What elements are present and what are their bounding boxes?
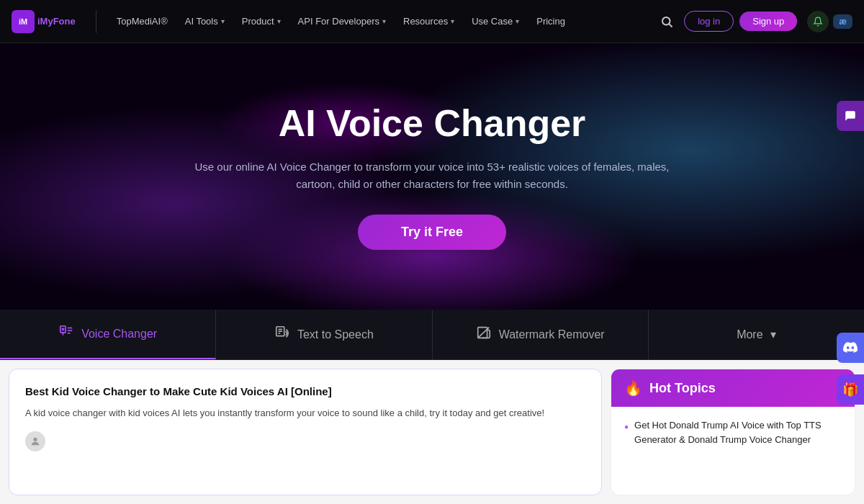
- article-footer: [25, 431, 585, 451]
- signup-button[interactable]: Sign up: [739, 12, 797, 31]
- notification-area: æ: [807, 11, 852, 32]
- resources-chevron-icon: ▾: [451, 17, 454, 25]
- nav-divider: [96, 10, 96, 33]
- search-button[interactable]: [655, 10, 678, 33]
- nav-item-aitools[interactable]: AI Tools ▾: [179, 13, 230, 30]
- logo-area[interactable]: iM iMyFone: [12, 10, 76, 33]
- nav-item-product[interactable]: Product ▾: [236, 13, 287, 30]
- hot-topics-title: Hot Topics: [649, 381, 716, 396]
- brand-name: iMyFone: [37, 16, 76, 27]
- hero-title: AI Voice Changer: [187, 103, 677, 144]
- article-description: A kid voice changer with kid voices AI l…: [25, 406, 585, 421]
- avatar[interactable]: æ: [833, 14, 852, 29]
- product-chevron-icon: ▾: [277, 17, 281, 25]
- svg-rect-2: [60, 326, 66, 333]
- watermark-remover-icon: [476, 325, 492, 344]
- hero-section: AI Voice Changer Use our online AI Voice…: [0, 43, 864, 310]
- svg-point-0: [662, 17, 670, 25]
- aitools-chevron-icon: ▾: [221, 17, 225, 25]
- content-row: Best Kid Voice Changer to Make Cute Kid …: [0, 360, 864, 504]
- hot-topics-body: ● Get Hot Donald Trump AI Voice with Top…: [611, 407, 855, 464]
- navbar: iM iMyFone TopMediAI® AI Tools ▾ Product…: [0, 0, 864, 43]
- svg-line-1: [670, 24, 672, 27]
- article-title: Best Kid Voice Changer to Make Cute Kid …: [25, 384, 585, 399]
- login-button[interactable]: log in: [684, 11, 734, 32]
- author-avatar: [25, 431, 45, 451]
- tool-item-text-to-speech[interactable]: Text to Speech: [216, 310, 432, 359]
- more-chevron-icon: ▾: [770, 328, 776, 341]
- nav-item-pricing[interactable]: Pricing: [531, 13, 571, 30]
- try-free-button[interactable]: Try it Free: [358, 215, 506, 250]
- nav-item-api[interactable]: API For Developers ▾: [292, 13, 392, 30]
- tool-item-more[interactable]: More ▾: [649, 310, 864, 359]
- notification-bell[interactable]: [807, 11, 829, 32]
- hot-topic-item[interactable]: ● Get Hot Donald Trump AI Voice with Top…: [624, 418, 842, 446]
- tool-item-voice-changer[interactable]: Voice Changer: [0, 310, 216, 359]
- text-to-speech-icon: [274, 325, 290, 344]
- watermark-remover-label: Watermark Remover: [499, 328, 605, 341]
- logo-icon: iM: [12, 10, 35, 33]
- hot-topics-header: 🔥 Hot Topics: [611, 369, 855, 407]
- bullet-icon: ●: [624, 421, 629, 432]
- more-label: More: [737, 328, 762, 341]
- gift-widget[interactable]: 🎁: [837, 374, 864, 405]
- nav-item-usecase[interactable]: Use Case ▾: [466, 13, 525, 30]
- hot-topics-card: 🔥 Hot Topics ● Get Hot Donald Trump AI V…: [611, 369, 855, 495]
- hero-content: AI Voice Changer Use our online AI Voice…: [187, 103, 677, 250]
- voice-changer-label: Voice Changer: [81, 328, 157, 341]
- svg-point-15: [33, 437, 37, 441]
- voice-changer-icon: [58, 324, 74, 343]
- chat-widget[interactable]: [837, 101, 864, 131]
- tool-item-watermark-remover[interactable]: Watermark Remover: [433, 310, 649, 359]
- article-card: Best Kid Voice Changer to Make Cute Kid …: [9, 369, 602, 495]
- fire-icon: 🔥: [624, 379, 642, 397]
- nav-item-resources[interactable]: Resources ▾: [397, 13, 460, 30]
- hero-subtitle: Use our online AI Voice Changer to trans…: [187, 158, 677, 193]
- tool-nav: Voice Changer Text to Speech Watermark R…: [0, 310, 864, 360]
- hot-topic-text: Get Hot Donald Trump AI Voice with Top T…: [634, 418, 842, 446]
- text-to-speech-label: Text to Speech: [297, 328, 374, 341]
- api-chevron-icon: ▾: [382, 17, 386, 25]
- usecase-chevron-icon: ▾: [516, 17, 519, 25]
- nav-item-topmedia[interactable]: TopMediAI®: [111, 13, 174, 30]
- discord-widget[interactable]: [837, 333, 864, 363]
